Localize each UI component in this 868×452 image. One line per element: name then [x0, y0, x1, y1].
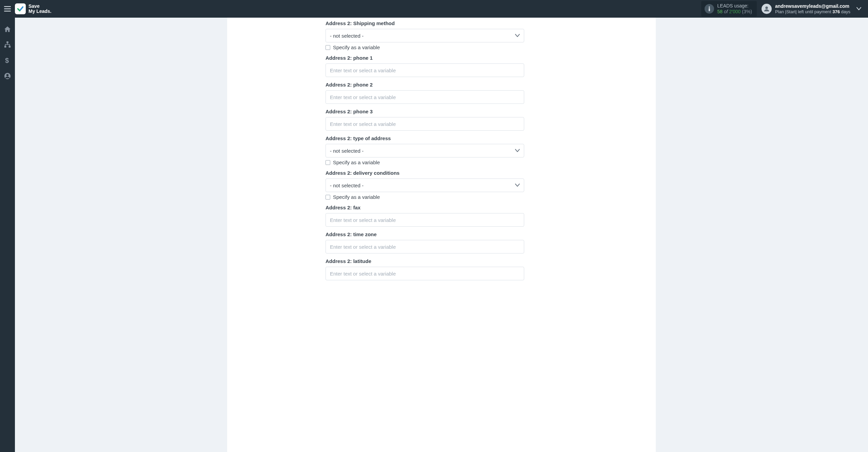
nav-home[interactable]: [3, 25, 12, 33]
nav-connections[interactable]: [3, 41, 12, 49]
svg-point-11: [6, 74, 9, 76]
svg-rect-6: [6, 41, 8, 43]
sidebar-rail: $: [0, 18, 15, 452]
field-label: Address 2: latitude: [326, 258, 524, 264]
field-label: Address 2: time zone: [326, 231, 524, 237]
user-plan-suffix: days: [840, 9, 850, 14]
input-placeholder: Enter text or select a variable: [330, 121, 396, 127]
nav-billing[interactable]: $: [3, 56, 12, 64]
svg-rect-2: [4, 11, 11, 12]
specify-variable-label: Specify as a variable: [333, 159, 380, 165]
chevron-down-icon: [515, 184, 520, 187]
field-time_zone: Address 2: time zoneEnter text or select…: [326, 231, 524, 253]
user-menu[interactable]: andrewsavemyleads@gmail.com Plan |Start|…: [762, 3, 868, 14]
usage-of: of: [724, 9, 728, 14]
svg-point-3: [709, 6, 710, 8]
brand[interactable]: Save My Leads.: [15, 3, 52, 14]
field-phone1: Address 2: phone 1Enter text or select a…: [326, 55, 524, 77]
form-card: Address 2: Shipping method- not selected…: [227, 18, 656, 452]
input-phone2[interactable]: Enter text or select a variable: [326, 90, 524, 104]
select-value: - not selected -: [330, 183, 515, 188]
select-value: - not selected -: [330, 33, 515, 39]
input-fax[interactable]: Enter text or select a variable: [326, 213, 524, 227]
svg-text:$: $: [5, 57, 9, 64]
specify-variable-label: Specify as a variable: [333, 44, 380, 50]
usage-box: LEADS usage: 58 of 2'000 (3%): [701, 1, 757, 17]
svg-rect-7: [4, 46, 6, 48]
topbar: Save My Leads. LEADS usage: 58 of 2'000 …: [0, 0, 868, 18]
menu-toggle-button[interactable]: [0, 0, 15, 18]
field-fax: Address 2: faxEnter text or select a var…: [326, 205, 524, 227]
specify-variable-row: Specify as a variable: [326, 194, 524, 200]
select-address_type[interactable]: - not selected -: [326, 144, 524, 157]
input-placeholder: Enter text or select a variable: [330, 94, 396, 100]
brand-line1: Save: [28, 4, 52, 9]
specify-variable-checkbox[interactable]: [326, 195, 330, 200]
input-placeholder: Enter text or select a variable: [330, 68, 396, 73]
field-label: Address 2: phone 3: [326, 109, 524, 114]
hamburger-icon: [4, 6, 11, 12]
user-lines: andrewsavemyleads@gmail.com Plan |Start|…: [775, 3, 850, 14]
user-email: andrewsavemyleads@gmail.com: [775, 3, 850, 9]
field-latitude: Address 2: latitudeEnter text or select …: [326, 258, 524, 280]
user-plan-prefix: Plan |Start| left until payment: [775, 9, 832, 14]
specify-variable-row: Specify as a variable: [326, 44, 524, 50]
avatar: [762, 4, 772, 14]
svg-rect-1: [4, 8, 11, 9]
brand-line2: My Leads.: [28, 9, 52, 14]
field-phone3: Address 2: phone 3Enter text or select a…: [326, 109, 524, 131]
home-icon: [4, 26, 11, 33]
select-shipping_method[interactable]: - not selected -: [326, 29, 524, 42]
nav-account[interactable]: [3, 72, 12, 80]
chevron-down-icon: [515, 34, 520, 37]
svg-point-5: [765, 6, 768, 9]
dollar-icon: $: [5, 57, 10, 64]
user-plan-days: 376: [832, 9, 840, 14]
field-address_type: Address 2: type of address- not selected…: [326, 135, 524, 165]
field-delivery_conditions: Address 2: delivery conditions- not sele…: [326, 170, 524, 200]
specify-variable-checkbox[interactable]: [326, 160, 330, 165]
usage-total: 2'000: [729, 9, 741, 14]
specify-variable-label: Specify as a variable: [333, 194, 380, 200]
field-phone2: Address 2: phone 2Enter text or select a…: [326, 82, 524, 104]
field-label: Address 2: type of address: [326, 135, 524, 141]
usage-current: 58: [717, 9, 723, 14]
check-icon: [17, 5, 24, 13]
specify-variable-checkbox[interactable]: [326, 45, 330, 50]
form-column: Address 2: Shipping method- not selected…: [326, 20, 524, 280]
svg-rect-8: [9, 46, 11, 48]
user-icon: [764, 6, 770, 12]
user-circle-icon: [4, 73, 11, 79]
svg-rect-0: [4, 6, 11, 7]
select-value: - not selected -: [330, 148, 515, 154]
chevron-down-icon: [515, 149, 520, 152]
brand-logo: [15, 3, 26, 14]
input-latitude[interactable]: Enter text or select a variable: [326, 267, 524, 280]
sitemap-icon: [4, 41, 11, 48]
field-label: Address 2: delivery conditions: [326, 170, 524, 176]
field-label: Address 2: phone 1: [326, 55, 524, 61]
usage-label: LEADS usage:: [717, 3, 752, 9]
usage-text: LEADS usage: 58 of 2'000 (3%): [717, 3, 752, 15]
specify-variable-row: Specify as a variable: [326, 159, 524, 165]
select-delivery_conditions[interactable]: - not selected -: [326, 178, 524, 192]
user-plan-line: Plan |Start| left until payment 376 days: [775, 9, 850, 15]
input-placeholder: Enter text or select a variable: [330, 244, 396, 250]
field-label: Address 2: phone 2: [326, 82, 524, 88]
input-phone3[interactable]: Enter text or select a variable: [326, 117, 524, 131]
info-icon: [705, 4, 714, 14]
field-label: Address 2: fax: [326, 205, 524, 210]
input-phone1[interactable]: Enter text or select a variable: [326, 63, 524, 77]
page-scroll[interactable]: Address 2: Shipping method- not selected…: [15, 18, 868, 452]
svg-rect-4: [709, 8, 710, 11]
chevron-down-icon: [856, 7, 861, 11]
brand-text: Save My Leads.: [28, 4, 52, 14]
field-label: Address 2: Shipping method: [326, 20, 524, 26]
input-time_zone[interactable]: Enter text or select a variable: [326, 240, 524, 253]
input-placeholder: Enter text or select a variable: [330, 217, 396, 223]
input-placeholder: Enter text or select a variable: [330, 271, 396, 277]
field-shipping_method: Address 2: Shipping method- not selected…: [326, 20, 524, 50]
usage-percent: (3%): [742, 9, 752, 14]
